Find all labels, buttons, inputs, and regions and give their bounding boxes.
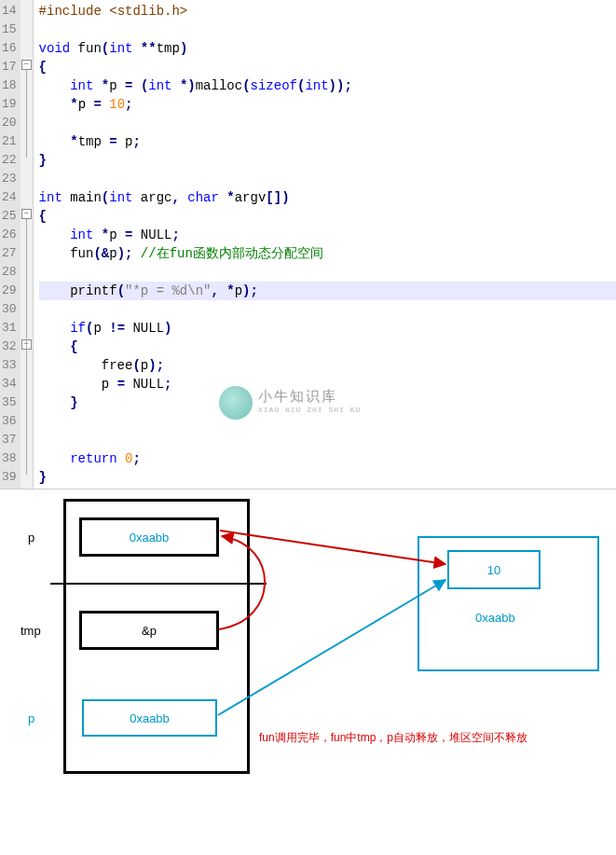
heap-value: 10 bbox=[487, 563, 500, 577]
code-line: fun(&p); //在fun函数内部动态分配空间 bbox=[39, 244, 616, 263]
line-number: 22 bbox=[2, 151, 17, 170]
line-number: 39 bbox=[2, 468, 17, 487]
line-number: 31 bbox=[2, 319, 17, 338]
line-number: 21 bbox=[2, 132, 17, 151]
code-line: *tmp = p; bbox=[39, 132, 616, 151]
code-line: p = NULL; bbox=[39, 375, 616, 393]
line-number-gutter: 1415161718192021222324252627282930313233… bbox=[0, 0, 21, 489]
heap-addr-label: 0xaabb bbox=[475, 611, 515, 625]
line-number: 35 bbox=[2, 393, 17, 412]
line-number: 36 bbox=[2, 412, 17, 431]
code-line: *p = 10; bbox=[39, 95, 616, 114]
line-number: 16 bbox=[2, 39, 17, 58]
line-number: 32 bbox=[2, 338, 17, 356]
line-number: 37 bbox=[2, 431, 17, 449]
line-number: 34 bbox=[2, 375, 17, 393]
code-line: void fun(int **tmp) bbox=[39, 39, 616, 58]
fun-p-label: p bbox=[28, 711, 34, 725]
line-number: 38 bbox=[2, 449, 17, 468]
code-line: if(p != NULL) bbox=[39, 319, 616, 338]
code-line: { bbox=[39, 338, 616, 356]
code-line: } bbox=[39, 393, 616, 412]
code-line: free(p); bbox=[39, 356, 616, 375]
fold-toggle[interactable]: − bbox=[21, 209, 32, 219]
code-line: int *p = (int *)malloc(sizeof(int)); bbox=[39, 76, 616, 95]
code-editor: 1415161718192021222324252627282930313233… bbox=[0, 0, 616, 490]
line-number: 26 bbox=[2, 226, 17, 244]
code-line: } bbox=[39, 151, 616, 170]
code-line bbox=[39, 300, 616, 319]
line-number: 27 bbox=[2, 244, 17, 263]
stack-divider bbox=[50, 583, 267, 585]
tmp-box: &p bbox=[79, 611, 219, 650]
code-line: #include <stdlib.h> bbox=[39, 2, 616, 21]
line-number: 29 bbox=[2, 282, 17, 300]
heap-value-box: 10 bbox=[447, 550, 541, 589]
tmp-label: tmp bbox=[21, 624, 41, 638]
line-number: 17 bbox=[2, 58, 17, 76]
code-content: #include <stdlib.h> void fun(int **tmp){… bbox=[34, 0, 616, 489]
line-number: 24 bbox=[2, 188, 17, 207]
fun-p-value: 0xaabb bbox=[130, 711, 170, 725]
code-line: } bbox=[39, 468, 616, 487]
line-number: 20 bbox=[2, 114, 17, 132]
main-p-box: 0xaabb bbox=[79, 517, 219, 557]
code-line bbox=[39, 263, 616, 282]
line-number: 18 bbox=[2, 76, 17, 95]
fun-p-box: 0xaabb bbox=[82, 699, 217, 737]
line-number: 23 bbox=[2, 170, 17, 188]
line-number: 19 bbox=[2, 95, 17, 114]
code-line bbox=[39, 431, 616, 449]
line-number: 33 bbox=[2, 356, 17, 375]
tmp-value: &p bbox=[142, 624, 157, 638]
fold-column: −−− bbox=[21, 0, 34, 489]
line-number: 25 bbox=[2, 207, 17, 226]
code-line: { bbox=[39, 207, 616, 226]
main-p-value: 0xaabb bbox=[130, 531, 170, 545]
code-line: int main(int argc, char *argv[]) bbox=[39, 188, 616, 207]
code-line: int *p = NULL; bbox=[39, 226, 616, 244]
diagram-note: fun调用完毕，fun中tmp，p自动释放，堆区空间不释放 bbox=[259, 730, 613, 746]
main-p-label: p bbox=[28, 531, 34, 545]
code-line bbox=[39, 170, 616, 188]
code-line bbox=[39, 21, 616, 39]
code-line: printf("*p = %d\n", *p); bbox=[39, 282, 616, 300]
line-number: 15 bbox=[2, 21, 17, 39]
code-line: return 0; bbox=[39, 449, 616, 468]
line-number: 30 bbox=[2, 300, 17, 319]
code-line bbox=[39, 412, 616, 431]
fold-toggle[interactable]: − bbox=[21, 60, 32, 70]
memory-diagram: 0xaabb p &p tmp 0xaabb p 10 0xaabb fun调用… bbox=[0, 490, 616, 788]
line-number: 14 bbox=[2, 2, 17, 21]
code-line: { bbox=[39, 58, 616, 76]
line-number: 28 bbox=[2, 263, 17, 282]
code-line bbox=[39, 114, 616, 132]
